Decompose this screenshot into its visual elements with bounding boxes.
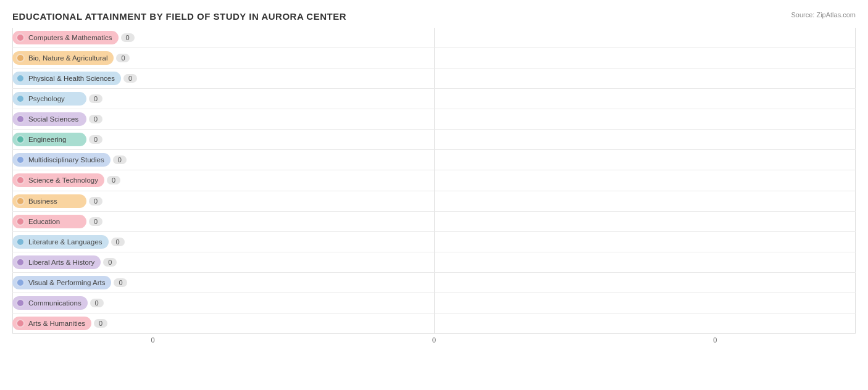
bar-row: Business0: [12, 191, 856, 212]
bar-wrapper: Arts & Humanities0: [12, 317, 107, 330]
bar-label-text: Visual & Performing Arts: [28, 279, 105, 286]
bar-label-pill: Liberal Arts & History: [12, 255, 101, 269]
bar-label-pill: Physical & Health Sciences: [12, 72, 121, 85]
bar-row: Computers & Mathematics0: [12, 28, 856, 48]
bar-wrapper: Engineering0: [12, 133, 102, 146]
bar-label-pill: Bio, Nature & Agricultural: [12, 51, 114, 65]
bar-value-badge: 0: [89, 135, 102, 144]
bar-dot: [16, 115, 25, 123]
bar-label-text: Education: [28, 218, 60, 225]
bar-dot: [16, 217, 25, 226]
bar-dot: [16, 94, 25, 103]
bar-label-pill: Business: [12, 194, 86, 208]
bar-value-badge: 0: [107, 176, 120, 185]
bar-dot: [16, 176, 25, 185]
bar-wrapper: Computers & Mathematics0: [12, 31, 135, 44]
bar-dot: [16, 74, 25, 83]
bar-label-pill: Social Sciences: [12, 112, 86, 126]
bar-dot: [16, 135, 25, 144]
bar-value-badge: 0: [89, 217, 102, 226]
x-axis-labels: 0 0 0: [12, 334, 856, 351]
bar-wrapper: Social Sciences0: [12, 112, 102, 126]
bar-dot: [16, 197, 25, 205]
rows-container: Computers & Mathematics0Bio, Nature & Ag…: [12, 28, 856, 334]
bar-dot: [16, 278, 25, 287]
bar-value-badge: 0: [89, 197, 102, 205]
bar-wrapper: Bio, Nature & Agricultural0: [12, 51, 130, 65]
bar-label-pill: Engineering: [12, 133, 86, 146]
source-label: Source: ZipAtlas.com: [791, 11, 856, 19]
bar-value-badge: 0: [111, 238, 125, 246]
bar-row: Education0: [12, 212, 856, 232]
bar-label-pill: Psychology: [12, 92, 86, 106]
bar-label-text: Arts & Humanities: [28, 320, 85, 327]
bar-label-pill: Communications: [12, 296, 88, 310]
bar-wrapper: Science & Technology0: [12, 173, 120, 187]
bar-wrapper: Communications0: [12, 296, 104, 310]
bar-label-pill: Multidisciplinary Studies: [12, 153, 111, 167]
bar-value-badge: 0: [116, 54, 130, 62]
bar-row: Psychology0: [12, 89, 856, 109]
bar-dot: [16, 299, 25, 307]
bar-dot: [16, 54, 25, 62]
bar-label-text: Multidisciplinary Studies: [28, 156, 104, 164]
bar-label-pill: Education: [12, 215, 86, 228]
bar-wrapper: Literature & Languages0: [12, 235, 125, 249]
bars-section: Computers & Mathematics0Bio, Nature & Ag…: [12, 28, 856, 351]
chart-area: Computers & Mathematics0Bio, Nature & Ag…: [12, 28, 856, 351]
bar-row: Social Sciences0: [12, 109, 856, 130]
x-axis-label-2: 0: [293, 336, 574, 351]
bar-wrapper: Psychology0: [12, 92, 102, 106]
bar-label-text: Bio, Nature & Agricultural: [28, 54, 107, 62]
bar-label-pill: Computers & Mathematics: [12, 31, 119, 44]
bar-value-badge: 0: [103, 258, 117, 267]
bar-dot: [16, 319, 25, 328]
bar-label-pill: Arts & Humanities: [12, 317, 91, 330]
bar-value-badge: 0: [90, 299, 104, 307]
bar-wrapper: Physical & Health Sciences0: [12, 72, 137, 85]
bar-row: Visual & Performing Arts0: [12, 273, 856, 293]
bar-dot: [16, 258, 25, 267]
bar-wrapper: Liberal Arts & History0: [12, 255, 117, 269]
chart-title: EDUCATIONAL ATTAINMENT BY FIELD OF STUDY…: [12, 11, 856, 22]
bar-dot: [16, 156, 25, 164]
chart-container: EDUCATIONAL ATTAINMENT BY FIELD OF STUDY…: [0, 0, 868, 390]
bar-label-text: Physical & Health Sciences: [28, 75, 115, 82]
bar-value-badge: 0: [123, 74, 137, 83]
bar-value-badge: 0: [121, 33, 135, 42]
bar-label-text: Science & Technology: [28, 176, 98, 184]
bar-row: Physical & Health Sciences0: [12, 68, 856, 89]
bar-label-text: Psychology: [28, 95, 65, 102]
bar-row: Literature & Languages0: [12, 232, 856, 252]
bar-label-text: Social Sciences: [28, 115, 78, 123]
bar-value-badge: 0: [89, 94, 102, 103]
bar-row: Bio, Nature & Agricultural0: [12, 48, 856, 68]
bar-row: Communications0: [12, 293, 856, 313]
bar-value-badge: 0: [113, 156, 127, 164]
bar-row: Science & Technology0: [12, 170, 856, 191]
bar-label-text: Computers & Mathematics: [28, 34, 112, 41]
bar-label-text: Liberal Arts & History: [28, 259, 94, 266]
bar-label-text: Business: [28, 197, 57, 205]
bar-wrapper: Visual & Performing Arts0: [12, 276, 127, 289]
bar-value-badge: 0: [114, 278, 127, 287]
bar-wrapper: Education0: [12, 215, 102, 228]
bar-label-text: Literature & Languages: [28, 238, 102, 246]
bar-wrapper: Business0: [12, 194, 102, 208]
bar-row: Liberal Arts & History0: [12, 252, 856, 273]
bar-row: Arts & Humanities0: [12, 313, 856, 334]
x-axis-label-3: 0: [575, 336, 856, 351]
bar-wrapper: Multidisciplinary Studies0: [12, 153, 127, 167]
bar-label-pill: Visual & Performing Arts: [12, 276, 111, 289]
bar-row: Multidisciplinary Studies0: [12, 150, 856, 170]
bar-dot: [16, 33, 25, 42]
bar-label-text: Engineering: [28, 136, 66, 143]
bar-value-badge: 0: [89, 115, 102, 123]
bar-label-pill: Literature & Languages: [12, 235, 109, 249]
bar-value-badge: 0: [94, 319, 107, 328]
bar-label-pill: Science & Technology: [12, 173, 104, 187]
x-axis-label-1: 0: [12, 336, 293, 351]
bar-row: Engineering0: [12, 130, 856, 150]
bar-dot: [16, 238, 25, 246]
bar-label-text: Communications: [28, 299, 81, 307]
